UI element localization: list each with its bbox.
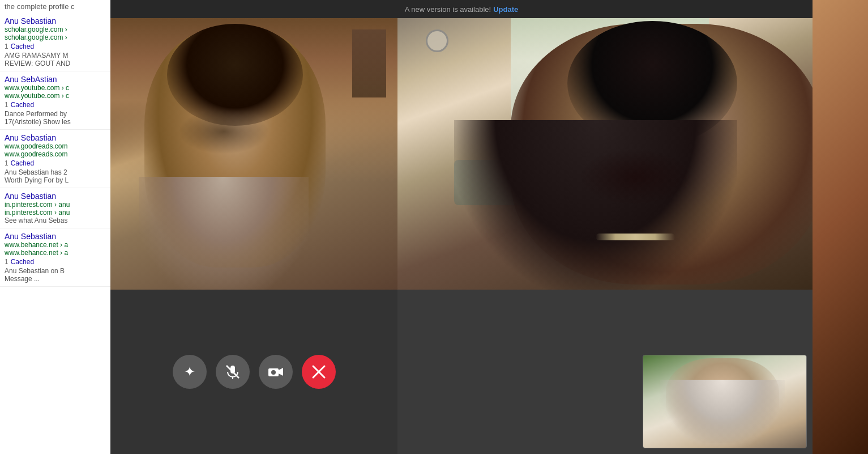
update-notification-text: A new version is available!: [405, 5, 491, 14]
search-result-5-snippet1: Anu Sebastian on B: [5, 267, 106, 275]
search-result-5-meta: 1 Cached: [5, 258, 106, 266]
person-beard-left: [178, 109, 269, 154]
search-result-1: Anu Sebastian scholar.google.com › schol…: [0, 13, 110, 71]
search-result-1-snippet2: REVIEW: GOUT AND: [5, 60, 106, 67]
search-result-3-title[interactable]: Anu Sebastian: [5, 133, 106, 142]
search-result-3: Anu Sebastian www.goodreads.com www.good…: [0, 130, 110, 188]
end-call-button[interactable]: [302, 355, 336, 389]
search-results-panel: the complete profile c Anu Sebastian sch…: [0, 0, 110, 454]
person-shirt-main: [454, 120, 737, 290]
search-result-1-title[interactable]: Anu Sebastian: [5, 16, 106, 26]
clock-main: [426, 29, 448, 52]
search-result-4-title[interactable]: Anu Sebastian: [5, 192, 106, 201]
update-notification-bar: A new version is available! Update: [110, 0, 813, 18]
search-result-2-num: 1: [5, 101, 8, 109]
controls-area: ✦: [110, 290, 813, 454]
person-beard-main: [579, 148, 692, 205]
participant-video-left: [110, 18, 397, 290]
search-result-1-num: 1: [5, 43, 8, 50]
search-result-2-snippet2: 17(Aristotle) Show les: [5, 118, 106, 126]
search-result-1-meta: 1 Cached: [5, 43, 106, 50]
search-result-5-url1: www.behance.net › a: [5, 241, 106, 249]
search-result-2-url2: www.youtube.com › c: [5, 92, 106, 100]
search-result-3-cached[interactable]: Cached: [11, 159, 34, 167]
search-result-5-cached[interactable]: Cached: [11, 258, 34, 266]
person-necklace: [596, 234, 675, 240]
search-result-5-url2: www.behance.net › a: [5, 249, 106, 257]
search-result-2-title[interactable]: Anu SebAstian: [5, 75, 106, 84]
participant-video-main: [397, 18, 813, 290]
end-call-icon: [311, 364, 327, 380]
effects-button[interactable]: ✦: [173, 355, 207, 389]
search-result-3-num: 1: [5, 159, 8, 167]
search-result-2-url1: www.youtube.com › c: [5, 84, 106, 92]
self-view-thumbnail: [643, 355, 807, 448]
search-result-4-url2: in.pinterest.com › anu: [5, 209, 106, 217]
person-shirt-left: [139, 177, 309, 290]
svg-marker-5: [279, 368, 283, 376]
search-result-5-num: 1: [5, 258, 8, 266]
controls-right-area: [397, 290, 813, 454]
search-result-5-title[interactable]: Anu Sebastian: [5, 232, 106, 241]
camera-icon: [268, 366, 284, 378]
search-result-5: Anu Sebastian www.behance.net › a www.be…: [0, 228, 110, 287]
search-result-3-url2: www.goodreads.com: [5, 150, 106, 158]
search-result-1-url1: scholar.google.com ›: [5, 26, 106, 33]
search-result-1-cached[interactable]: Cached: [11, 43, 34, 50]
video-call-window: A new version is available! Update: [110, 0, 813, 454]
svg-point-4: [271, 370, 276, 375]
camera-button[interactable]: [259, 355, 293, 389]
mute-button[interactable]: [216, 355, 250, 389]
bookshelf-left: [352, 29, 386, 97]
search-result-4-url1: in.pinterest.com › anu: [5, 201, 106, 209]
search-result-2-cached[interactable]: Cached: [11, 101, 34, 109]
search-result-4-snippet1: See what Anu Sebas: [5, 217, 106, 224]
search-result-2: Anu SebAstian www.youtube.com › c www.yo…: [0, 71, 110, 130]
microphone-mute-icon: [225, 364, 240, 379]
search-result-1-snippet1: AMG RAMASAMY M: [5, 52, 106, 60]
video-top-area: [110, 18, 813, 290]
update-link[interactable]: Update: [493, 5, 518, 14]
search-result-2-snippet1: Dance Performed by: [5, 110, 106, 118]
call-controls: ✦: [110, 290, 397, 454]
search-result-3-snippet2: Worth Dying For by L: [5, 176, 106, 184]
search-result-4: Anu Sebastian in.pinterest.com › anu in.…: [0, 188, 110, 228]
search-result-2-meta: 1 Cached: [5, 101, 106, 109]
search-result-3-url1: www.goodreads.com: [5, 142, 106, 150]
search-result-5-snippet2: Message ...: [5, 275, 106, 283]
search-result-3-meta: 1 Cached: [5, 159, 106, 167]
search-result-1-url2: scholar.google.com ›: [5, 33, 106, 41]
search-result-3-snippet1: Anu Sebastian has 2: [5, 168, 106, 176]
person-shirt-thumb: [660, 380, 785, 448]
search-top-text: the complete profile c: [0, 0, 110, 13]
